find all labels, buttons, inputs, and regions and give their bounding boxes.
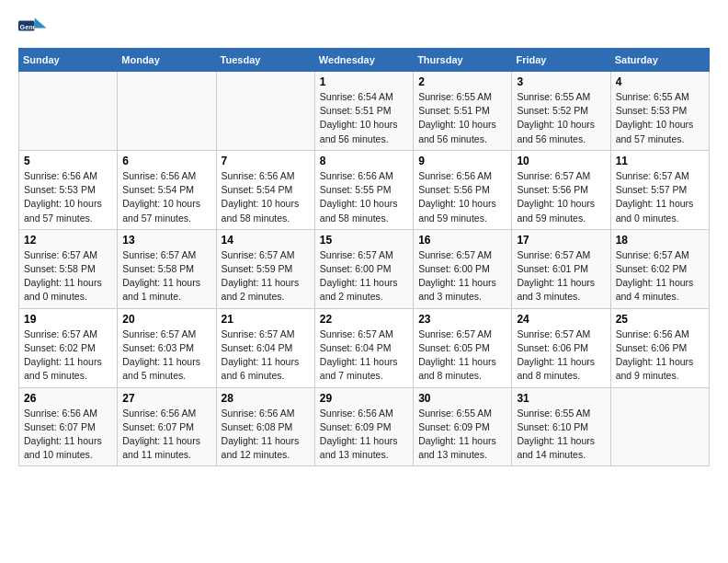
day-cell: 30Sunrise: 6:55 AM Sunset: 6:09 PM Dayli… (414, 387, 512, 466)
day-cell: 5Sunrise: 6:56 AM Sunset: 5:53 PM Daylig… (19, 150, 118, 229)
day-cell: 16Sunrise: 6:57 AM Sunset: 6:00 PM Dayli… (414, 229, 512, 308)
header-saturday: Saturday (610, 49, 709, 72)
day-cell: 25Sunrise: 6:56 AM Sunset: 6:06 PM Dayli… (610, 308, 709, 387)
day-info: Sunrise: 6:56 AM Sunset: 5:56 PM Dayligh… (418, 169, 506, 225)
header-wednesday: Wednesday (314, 49, 413, 72)
calendar-table: SundayMondayTuesdayWednesdayThursdayFrid… (18, 48, 710, 466)
day-info: Sunrise: 6:56 AM Sunset: 5:54 PM Dayligh… (122, 169, 210, 225)
day-cell: 23Sunrise: 6:57 AM Sunset: 6:05 PM Dayli… (414, 308, 512, 387)
day-cell: 26Sunrise: 6:56 AM Sunset: 6:07 PM Dayli… (19, 387, 118, 466)
day-cell: 11Sunrise: 6:57 AM Sunset: 5:57 PM Dayli… (610, 150, 709, 229)
day-number: 1 (320, 75, 408, 88)
day-cell: 10Sunrise: 6:57 AM Sunset: 5:56 PM Dayli… (512, 150, 610, 229)
week-row-1: 5Sunrise: 6:56 AM Sunset: 5:53 PM Daylig… (19, 150, 710, 229)
week-row-3: 19Sunrise: 6:57 AM Sunset: 6:02 PM Dayli… (19, 308, 710, 387)
day-cell (610, 387, 709, 466)
day-info: Sunrise: 6:57 AM Sunset: 5:59 PM Dayligh… (222, 248, 310, 304)
day-number: 16 (418, 234, 506, 247)
day-number: 3 (517, 75, 605, 88)
day-number: 22 (320, 313, 408, 326)
calendar-header: SundayMondayTuesdayWednesdayThursdayFrid… (19, 49, 710, 72)
day-cell: 8Sunrise: 6:56 AM Sunset: 5:55 PM Daylig… (314, 150, 413, 229)
day-number: 29 (320, 392, 408, 405)
day-cell: 17Sunrise: 6:57 AM Sunset: 6:01 PM Dayli… (512, 229, 610, 308)
day-number: 7 (222, 155, 310, 167)
day-info: Sunrise: 6:57 AM Sunset: 6:00 PM Dayligh… (320, 248, 408, 304)
week-row-4: 26Sunrise: 6:56 AM Sunset: 6:07 PM Dayli… (19, 387, 710, 466)
day-number: 20 (122, 313, 210, 326)
day-cell: 18Sunrise: 6:57 AM Sunset: 6:02 PM Dayli… (610, 229, 709, 308)
day-info: Sunrise: 6:55 AM Sunset: 6:09 PM Dayligh… (418, 407, 506, 463)
day-cell: 22Sunrise: 6:57 AM Sunset: 6:04 PM Dayli… (314, 308, 413, 387)
logo-icon: General (18, 15, 48, 40)
day-number: 2 (418, 75, 506, 88)
day-number: 10 (517, 155, 605, 167)
day-info: Sunrise: 6:57 AM Sunset: 6:02 PM Dayligh… (24, 327, 112, 384)
day-cell: 2Sunrise: 6:55 AM Sunset: 5:51 PM Daylig… (414, 72, 512, 151)
day-info: Sunrise: 6:54 AM Sunset: 5:51 PM Dayligh… (320, 90, 408, 146)
week-row-0: 1Sunrise: 6:54 AM Sunset: 5:51 PM Daylig… (19, 72, 710, 151)
day-info: Sunrise: 6:56 AM Sunset: 6:06 PM Dayligh… (616, 327, 704, 384)
day-cell: 31Sunrise: 6:55 AM Sunset: 6:10 PM Dayli… (512, 387, 610, 466)
day-number: 21 (222, 313, 310, 326)
header-tuesday: Tuesday (216, 49, 314, 72)
day-info: Sunrise: 6:56 AM Sunset: 6:08 PM Dayligh… (222, 407, 310, 463)
day-info: Sunrise: 6:57 AM Sunset: 5:56 PM Dayligh… (517, 169, 605, 225)
day-info: Sunrise: 6:56 AM Sunset: 6:09 PM Dayligh… (320, 407, 408, 463)
day-cell: 15Sunrise: 6:57 AM Sunset: 6:00 PM Dayli… (314, 229, 413, 308)
day-info: Sunrise: 6:56 AM Sunset: 6:07 PM Dayligh… (24, 407, 112, 463)
day-cell: 24Sunrise: 6:57 AM Sunset: 6:06 PM Dayli… (512, 308, 610, 387)
page-header: General (18, 15, 710, 40)
day-cell: 13Sunrise: 6:57 AM Sunset: 5:58 PM Dayli… (118, 229, 216, 308)
day-number: 31 (517, 392, 605, 405)
day-number: 4 (616, 75, 704, 88)
calendar-body: 1Sunrise: 6:54 AM Sunset: 5:51 PM Daylig… (19, 72, 710, 466)
day-info: Sunrise: 6:57 AM Sunset: 5:57 PM Dayligh… (616, 169, 704, 225)
day-info: Sunrise: 6:55 AM Sunset: 5:52 PM Dayligh… (517, 90, 605, 146)
day-number: 15 (320, 234, 408, 247)
day-info: Sunrise: 6:57 AM Sunset: 6:00 PM Dayligh… (418, 248, 506, 304)
day-number: 11 (616, 155, 704, 167)
day-cell: 6Sunrise: 6:56 AM Sunset: 5:54 PM Daylig… (118, 150, 216, 229)
day-cell (118, 72, 216, 151)
day-cell: 19Sunrise: 6:57 AM Sunset: 6:02 PM Dayli… (19, 308, 118, 387)
day-cell: 20Sunrise: 6:57 AM Sunset: 6:03 PM Dayli… (118, 308, 216, 387)
day-number: 25 (616, 313, 704, 326)
day-info: Sunrise: 6:57 AM Sunset: 5:58 PM Dayligh… (122, 248, 210, 304)
day-info: Sunrise: 6:57 AM Sunset: 6:03 PM Dayligh… (122, 327, 210, 384)
day-cell: 28Sunrise: 6:56 AM Sunset: 6:08 PM Dayli… (216, 387, 314, 466)
day-info: Sunrise: 6:57 AM Sunset: 6:04 PM Dayligh… (222, 327, 310, 384)
day-number: 5 (24, 155, 112, 167)
day-info: Sunrise: 6:57 AM Sunset: 6:05 PM Dayligh… (418, 327, 506, 384)
logo: General (18, 15, 51, 40)
day-cell: 4Sunrise: 6:55 AM Sunset: 5:53 PM Daylig… (610, 72, 709, 151)
header-monday: Monday (118, 49, 216, 72)
day-info: Sunrise: 6:57 AM Sunset: 6:06 PM Dayligh… (517, 327, 605, 384)
day-cell (19, 72, 118, 151)
day-number: 19 (24, 313, 112, 326)
day-number: 18 (616, 234, 704, 247)
day-number: 14 (222, 234, 310, 247)
week-row-2: 12Sunrise: 6:57 AM Sunset: 5:58 PM Dayli… (19, 229, 710, 308)
day-number: 30 (418, 392, 506, 405)
day-info: Sunrise: 6:57 AM Sunset: 6:02 PM Dayligh… (616, 248, 704, 304)
day-cell: 7Sunrise: 6:56 AM Sunset: 5:54 PM Daylig… (216, 150, 314, 229)
day-number: 27 (122, 392, 210, 405)
day-number: 17 (517, 234, 605, 247)
day-cell: 21Sunrise: 6:57 AM Sunset: 6:04 PM Dayli… (216, 308, 314, 387)
day-cell (216, 72, 314, 151)
day-number: 26 (24, 392, 112, 405)
header-friday: Friday (512, 49, 610, 72)
header-thursday: Thursday (414, 49, 512, 72)
day-number: 9 (418, 155, 506, 167)
day-info: Sunrise: 6:55 AM Sunset: 5:53 PM Dayligh… (616, 90, 704, 146)
day-cell: 14Sunrise: 6:57 AM Sunset: 5:59 PM Dayli… (216, 229, 314, 308)
day-cell: 9Sunrise: 6:56 AM Sunset: 5:56 PM Daylig… (414, 150, 512, 229)
day-number: 28 (222, 392, 310, 405)
day-info: Sunrise: 6:55 AM Sunset: 6:10 PM Dayligh… (517, 407, 605, 463)
day-info: Sunrise: 6:57 AM Sunset: 6:01 PM Dayligh… (517, 248, 605, 304)
day-number: 8 (320, 155, 408, 167)
day-number: 6 (122, 155, 210, 167)
day-cell: 1Sunrise: 6:54 AM Sunset: 5:51 PM Daylig… (314, 72, 413, 151)
day-number: 24 (517, 313, 605, 326)
